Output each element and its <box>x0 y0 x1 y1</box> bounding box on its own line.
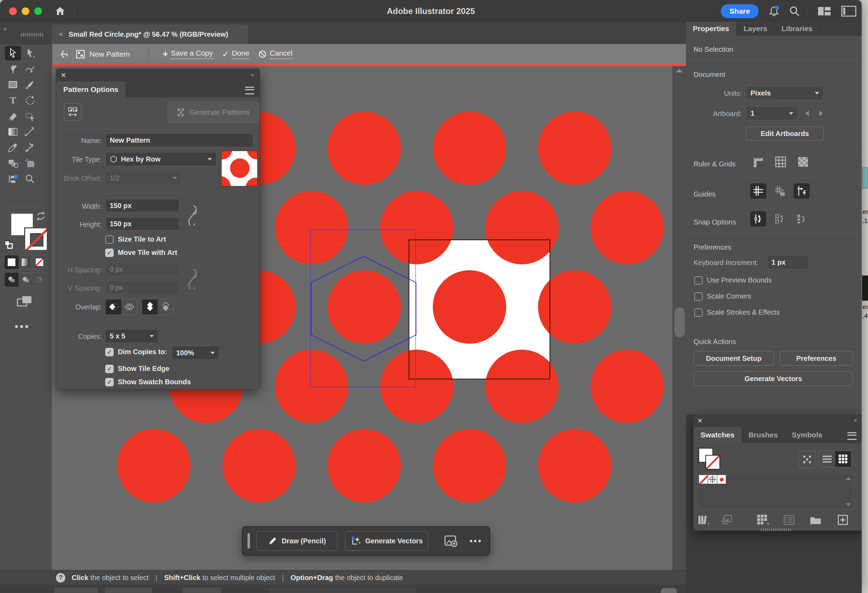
status-display-control[interactable] <box>269 587 416 593</box>
show-swatch-bounds-checkbox[interactable]: ✓ <box>105 378 114 386</box>
swatch-scroll-up-icon[interactable] <box>846 477 851 480</box>
pattern-tile-tool-button[interactable] <box>64 103 81 121</box>
size-tile-to-art-checkbox[interactable] <box>105 235 114 244</box>
show-tile-edge-checkbox[interactable]: ✓ <box>105 365 114 373</box>
edit-toolbar-ellipsis-icon[interactable]: ••• <box>15 321 30 333</box>
tab-brushes[interactable]: Brushes <box>741 427 785 443</box>
tab-swatches[interactable]: Swatches <box>694 427 741 443</box>
default-fill-stroke-icon[interactable] <box>4 240 13 249</box>
show-rulers-icon[interactable] <box>751 155 765 169</box>
tab-close-icon[interactable]: × <box>59 30 63 38</box>
notifications-bell-icon[interactable] <box>768 5 780 18</box>
tile-type-select[interactable]: Hex by Row <box>105 152 216 166</box>
pattern-options-tab[interactable]: Pattern Options <box>56 81 125 98</box>
document-setup-button[interactable]: Document Setup <box>694 351 774 366</box>
artboard-select[interactable]: 1 <box>746 106 798 120</box>
next-artboard-icon[interactable] <box>819 111 823 116</box>
cancel-button[interactable]: Cancel <box>258 49 292 59</box>
magic-selection-tool-icon[interactable] <box>22 109 38 123</box>
show-transparency-grid-icon[interactable] <box>796 155 810 169</box>
show-grid-icon[interactable] <box>774 155 787 169</box>
draw-normal-mode-button[interactable] <box>4 273 19 287</box>
edit-artboards-button[interactable]: Edit Artboards <box>746 127 824 140</box>
list-view-button[interactable] <box>819 451 835 467</box>
unlink-dimensions-icon[interactable] <box>186 204 199 226</box>
panel-close-icon[interactable]: × <box>698 416 702 425</box>
smart-guides-button[interactable] <box>794 183 810 198</box>
copies-select[interactable]: 5 x 5 <box>105 329 158 343</box>
previous-artboard-icon[interactable] <box>805 111 809 116</box>
generate-vectors-button[interactable]: Generate Vectors <box>345 531 428 551</box>
height-input[interactable]: 150 px <box>105 217 179 231</box>
rotation-control[interactable] <box>105 587 152 593</box>
stroke-swatch[interactable] <box>25 228 47 251</box>
search-icon[interactable] <box>788 5 800 18</box>
new-color-group-icon[interactable] <box>810 515 822 525</box>
artboard-nav-control[interactable] <box>183 587 221 593</box>
direct-selection-tool-icon[interactable] <box>22 46 38 61</box>
perspective-grid-tool-icon[interactable] <box>5 172 21 186</box>
eyedropper-tool-icon[interactable] <box>5 140 21 155</box>
swatch-none[interactable] <box>699 475 708 484</box>
draw-behind-mode-button[interactable] <box>19 273 32 287</box>
document-tab[interactable]: × Small Red Circle.png* @ 56.47 % (RGB/P… <box>52 25 248 44</box>
swatch-scroll-down-icon[interactable] <box>846 503 851 506</box>
tab-symbols[interactable]: Symbols <box>785 427 830 443</box>
pattern-name-input[interactable]: New Pattern <box>105 133 254 147</box>
snap-to-point-button[interactable] <box>750 211 766 226</box>
rotate-tool-icon[interactable] <box>22 93 38 108</box>
exit-pattern-mode-icon[interactable] <box>59 49 70 59</box>
generate-vectors-quick-button[interactable]: Generate Vectors <box>694 371 853 386</box>
gradient-mode-button[interactable] <box>19 255 32 269</box>
grid-view-button[interactable] <box>835 451 851 467</box>
swatch-options-icon[interactable] <box>784 515 794 525</box>
panel-toggle-icon[interactable] <box>841 6 856 17</box>
panel-collapse-icon[interactable]: « <box>251 71 255 78</box>
shape-builder-tool-icon[interactable] <box>5 156 21 171</box>
bottom-scroll-thumb[interactable] <box>661 588 677 593</box>
gradient-tool-icon[interactable] <box>5 124 21 139</box>
preferences-button[interactable]: Preferences <box>779 351 853 366</box>
tab-layers[interactable]: Layers <box>736 22 774 35</box>
swatch-registration[interactable] <box>708 475 717 484</box>
width-tool-icon[interactable] <box>22 124 38 139</box>
scrollbar-thumb[interactable] <box>674 308 685 337</box>
swap-fill-stroke-icon[interactable] <box>35 211 46 220</box>
save-a-copy-button[interactable]: + Save a Copy <box>163 49 213 59</box>
help-icon[interactable]: ? <box>56 573 65 583</box>
show-guides-button[interactable] <box>750 183 766 198</box>
type-tool-icon[interactable]: T <box>5 93 21 108</box>
width-input[interactable]: 150 px <box>105 199 179 212</box>
selection-tool-icon[interactable] <box>5 46 21 61</box>
zoom-tool-icon[interactable] <box>22 172 38 186</box>
overlap-top-in-front-button[interactable] <box>142 299 158 315</box>
pen-tool-icon[interactable] <box>5 62 21 76</box>
dim-copies-checkbox[interactable]: ✓ <box>105 348 114 356</box>
color-mode-button[interactable] <box>4 255 19 269</box>
canvas-scrollbar[interactable] <box>673 66 686 570</box>
panel-collapse-icon[interactable]: « <box>854 417 858 423</box>
panel-menu-icon[interactable] <box>245 87 254 95</box>
pattern-tile[interactable] <box>409 240 550 379</box>
taskbar-more-icon[interactable]: ••• <box>469 536 482 547</box>
puppet-warp-tool-icon[interactable] <box>22 140 38 155</box>
scale-strokes-effects-checkbox[interactable] <box>694 308 703 317</box>
snap-to-grid-button[interactable] <box>772 211 788 226</box>
lock-guides-button[interactable] <box>772 183 788 198</box>
overlap-bottom-in-front-button[interactable] <box>158 299 173 315</box>
paintbrush-tool-icon[interactable] <box>22 77 38 92</box>
none-mode-button[interactable] <box>32 255 46 269</box>
swatch-red-circle-pattern[interactable] <box>717 475 726 484</box>
curvature-tool-icon[interactable] <box>22 62 38 76</box>
overlap-left-in-front-button[interactable] <box>106 299 121 315</box>
done-button[interactable]: ✓ Done <box>222 49 249 59</box>
keyboard-increment-input[interactable]: 1 px <box>767 255 809 269</box>
panel-close-icon[interactable]: × <box>61 71 66 80</box>
generate-patterns-button[interactable]: Generate Patterns <box>167 102 259 123</box>
scroll-up-chevron-icon[interactable] <box>676 69 683 72</box>
move-tile-with-art-checkbox[interactable]: ✓ <box>105 248 114 257</box>
rectangle-tool-icon[interactable] <box>5 77 21 92</box>
share-button[interactable]: Share <box>721 4 759 18</box>
use-preview-bounds-checkbox[interactable] <box>694 276 703 285</box>
tab-libraries[interactable]: Libraries <box>774 22 820 35</box>
